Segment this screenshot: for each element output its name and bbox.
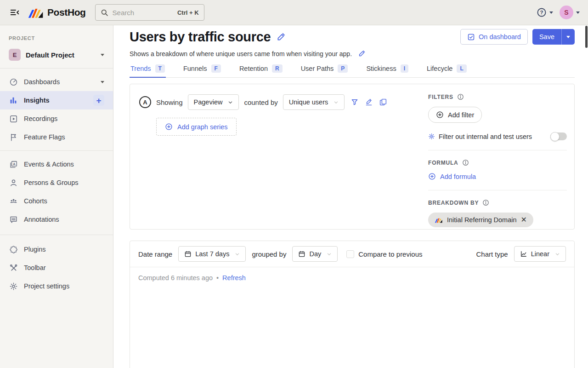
chart-controls-row: Date range Last 7 days grouped by xyxy=(130,241,574,267)
search-icon xyxy=(101,9,108,17)
sidebar-item-feature-flags[interactable]: Feature Flags xyxy=(0,128,113,146)
save-dropdown-button[interactable] xyxy=(561,29,575,45)
sidebar-item-project-settings[interactable]: Project settings xyxy=(0,277,113,295)
info-icon[interactable] xyxy=(462,159,469,166)
topbar: PostHog Search Ctrl + K ? S xyxy=(0,0,588,25)
user-menu[interactable]: S xyxy=(560,6,580,19)
dot-separator: • xyxy=(216,274,219,282)
sidebar-divider xyxy=(0,235,113,235)
bar-chart-icon xyxy=(9,96,18,105)
edit-title-pencil-icon[interactable] xyxy=(276,32,286,42)
sidebar-item-events-actions[interactable]: A Events & Actions xyxy=(0,155,113,173)
date-range-select[interactable]: Last 7 days xyxy=(178,246,246,262)
flag-icon xyxy=(9,132,18,142)
date-range-label: Date range xyxy=(138,250,172,258)
topbar-right: ? S xyxy=(537,6,580,19)
circle-plus-icon xyxy=(436,111,444,119)
tools-icon xyxy=(9,263,18,272)
counted-by-select[interactable]: Unique users xyxy=(283,94,345,110)
sidebar-item-cohorts[interactable]: Cohorts xyxy=(0,192,113,210)
project-switcher[interactable]: E Default Project xyxy=(0,47,113,63)
filters-panel: FILTERS Add filter xyxy=(428,84,574,229)
add-filter-button[interactable]: Add filter xyxy=(428,107,482,123)
chevron-down-icon xyxy=(334,100,339,105)
gauge-icon xyxy=(9,77,18,86)
calendar-icon xyxy=(184,250,192,258)
help-icon: ? xyxy=(537,7,547,17)
play-square-icon xyxy=(9,114,18,123)
computed-text: Computed 6 minutes ago xyxy=(138,274,213,282)
tab-retention[interactable]: Retention R xyxy=(238,64,283,78)
project-section-label: PROJECT xyxy=(0,35,113,41)
tab-user-paths[interactable]: User Paths P xyxy=(300,64,349,78)
interval-select[interactable]: Day xyxy=(292,246,338,262)
posthog-logo-icon xyxy=(28,6,44,18)
tab-stickiness[interactable]: Stickiness I xyxy=(365,64,409,78)
save-button[interactable]: Save xyxy=(532,29,561,45)
edit-description-pencil-icon[interactable] xyxy=(358,50,366,58)
search-input[interactable]: Search Ctrl + K xyxy=(95,4,204,21)
breakdown-section-label: BREAKDOWN BY xyxy=(428,199,567,206)
chart-type-select[interactable]: Linear xyxy=(514,246,566,262)
series-letter-badge: A xyxy=(139,96,151,108)
insight-type-tabs: Trends T Funnels F Retention R User Path… xyxy=(130,64,575,78)
filters-section-label: FILTERS xyxy=(428,93,567,100)
sidebar-item-persons-groups[interactable]: Persons & Groups xyxy=(0,173,113,192)
tab-trends[interactable]: Trends T xyxy=(130,64,166,78)
tab-lifecycle[interactable]: Lifecycle L xyxy=(426,64,468,78)
computed-status-row: Computed 6 minutes ago • Refresh xyxy=(130,267,574,288)
page-title: Users by traffic source xyxy=(130,29,271,45)
posthog-logo[interactable]: PostHog xyxy=(28,6,86,18)
chevron-down-icon xyxy=(327,252,332,257)
sidebar-item-insights[interactable]: Insights + xyxy=(0,91,113,109)
tab-funnels[interactable]: Funnels F xyxy=(182,64,222,78)
breakdown-property-chip[interactable]: Initial Referring Domain ✕ xyxy=(428,213,533,227)
line-chart-icon xyxy=(520,250,527,258)
series-edit-button[interactable] xyxy=(365,98,373,106)
sidebar-item-dashboards[interactable]: Dashboards xyxy=(0,73,113,91)
query-panel: A Showing Pageview counted by Unique use… xyxy=(130,84,575,230)
series-filter-button[interactable] xyxy=(351,98,359,106)
caret-down-icon xyxy=(101,81,104,83)
circle-plus-icon xyxy=(165,123,173,131)
info-icon[interactable] xyxy=(457,93,464,100)
header-actions: On dashboard Save xyxy=(460,29,575,45)
chevron-down-icon xyxy=(555,252,560,257)
scrollbar-thumb[interactable] xyxy=(585,26,588,48)
sidebar-item-annotations[interactable]: Annotations xyxy=(0,210,113,229)
help-menu[interactable]: ? xyxy=(537,7,553,17)
posthog-property-icon xyxy=(435,217,443,223)
gear-icon xyxy=(9,282,18,291)
circle-plus-icon xyxy=(428,172,436,180)
info-icon[interactable] xyxy=(482,199,489,206)
compare-checkbox[interactable] xyxy=(346,250,354,258)
filter-internal-users-label: Filter out internal and test users xyxy=(439,133,532,140)
tab-badge: R xyxy=(272,64,283,73)
filter-internal-users-toggle[interactable] xyxy=(550,132,567,140)
series-copy-button[interactable] xyxy=(379,98,387,106)
subtitle-row: Shows a breakdown of where unique users … xyxy=(130,50,575,58)
sidebar: PROJECT E Default Project Dashboards Ins… xyxy=(0,25,113,368)
cohort-icon xyxy=(9,196,18,206)
caret-down-icon xyxy=(549,12,553,14)
refresh-link[interactable]: Refresh xyxy=(222,274,246,282)
svg-text:?: ? xyxy=(540,10,543,15)
chart-type-label: Chart type xyxy=(476,250,508,258)
caret-down-icon xyxy=(576,12,580,14)
annotation-icon xyxy=(9,215,18,224)
new-insight-button[interactable]: + xyxy=(93,95,104,106)
counted-by-label: counted by xyxy=(244,98,277,106)
add-formula-button[interactable]: Add formula xyxy=(428,172,567,180)
on-dashboard-button[interactable]: On dashboard xyxy=(460,29,528,45)
gear-icon xyxy=(428,133,435,140)
compare-label: Compare to previous xyxy=(358,250,422,258)
close-icon[interactable]: ✕ xyxy=(521,216,527,224)
sidebar-item-toolbar[interactable]: Toolbar xyxy=(0,259,113,277)
sidebar-item-recordings[interactable]: Recordings xyxy=(0,109,113,128)
collapse-sidebar-button[interactable] xyxy=(8,6,21,19)
sidebar-item-plugins[interactable]: Plugins xyxy=(0,240,113,259)
add-graph-series-button[interactable]: Add graph series xyxy=(156,118,237,136)
tab-badge: P xyxy=(338,64,348,73)
event-select[interactable]: Pageview xyxy=(188,94,239,110)
search-placeholder: Search xyxy=(113,9,173,17)
